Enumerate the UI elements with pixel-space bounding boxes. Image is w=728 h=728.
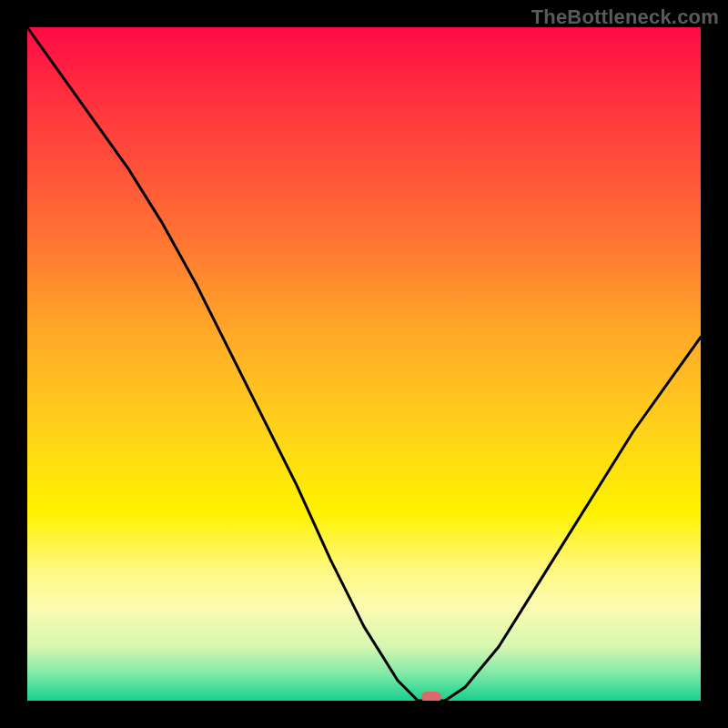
watermark-text: TheBottleneck.com xyxy=(531,5,719,29)
plot-area xyxy=(27,27,701,701)
optimal-point-marker xyxy=(421,692,441,701)
chart-frame: { "watermark": "TheBottleneck.com", "cha… xyxy=(0,0,728,728)
bottleneck-curve xyxy=(27,27,701,701)
